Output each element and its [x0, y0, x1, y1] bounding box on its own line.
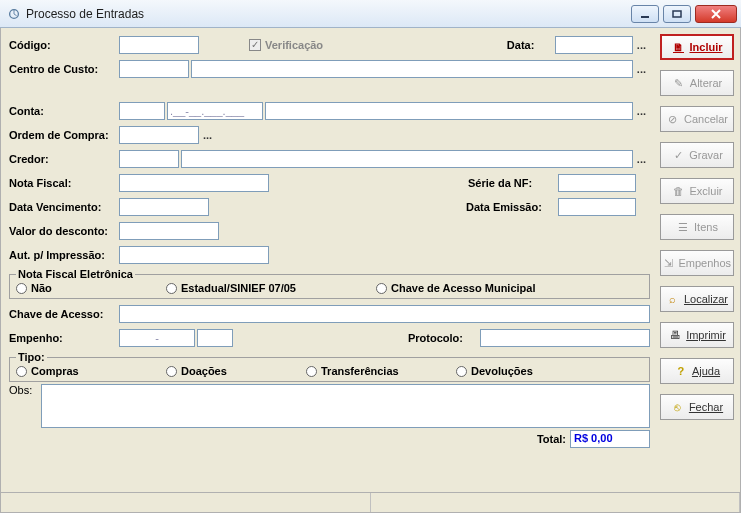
alterar-button[interactable]: ✎ Alterar	[660, 70, 734, 96]
conta-b-input[interactable]	[167, 102, 263, 120]
minimize-button[interactable]	[631, 5, 659, 23]
nfe-estadual-option[interactable]: Estadual/SINIEF 07/05	[166, 282, 376, 294]
aut-impressao-input[interactable]	[119, 246, 269, 264]
protocolo-input[interactable]	[480, 329, 650, 347]
radio-icon	[166, 283, 177, 294]
localizar-label: Localizar	[684, 293, 728, 305]
verificacao-checkbox[interactable]	[249, 39, 261, 51]
nfe-municipal-label: Chave de Acesso Municipal	[391, 282, 535, 294]
fechar-label: Fechar	[689, 401, 723, 413]
credor-code-input[interactable]	[119, 150, 179, 168]
nfe-nao-option[interactable]: Não	[16, 282, 166, 294]
imprimir-label: Imprimir	[686, 329, 726, 341]
chave-acesso-label: Chave de Acesso:	[9, 308, 119, 320]
tipo-doacoes-label: Doações	[181, 365, 227, 377]
tipo-transf-label: Transferências	[321, 365, 399, 377]
tipo-compras-option[interactable]: Compras	[16, 365, 166, 377]
empenho-label: Empenho:	[9, 332, 119, 344]
statusbar	[0, 493, 741, 513]
ajuda-button[interactable]: ? Ajuda	[660, 358, 734, 384]
empenhos-icon: ⇲	[663, 257, 674, 270]
window-title: Processo de Entradas	[26, 7, 627, 21]
maximize-button[interactable]	[663, 5, 691, 23]
excluir-button[interactable]: 🗑 Excluir	[660, 178, 734, 204]
protocolo-label: Protocolo:	[408, 332, 480, 344]
credor-desc-input[interactable]	[181, 150, 633, 168]
ajuda-label: Ajuda	[692, 365, 720, 377]
gravar-button[interactable]: ✓ Gravar	[660, 142, 734, 168]
tipo-devol-label: Devoluções	[471, 365, 533, 377]
data-input[interactable]	[555, 36, 633, 54]
list-icon: ☰	[676, 221, 690, 234]
radio-icon	[16, 283, 27, 294]
serie-nf-label: Série da NF:	[468, 177, 558, 189]
data-lookup-button[interactable]: ...	[633, 39, 650, 51]
conta-a-input[interactable]	[119, 102, 165, 120]
close-button[interactable]	[695, 5, 737, 23]
obs-textarea[interactable]	[41, 384, 650, 428]
trash-icon: 🗑	[671, 185, 685, 197]
empenhos-label: Empenhos	[678, 257, 731, 269]
excluir-label: Excluir	[689, 185, 722, 197]
radio-icon	[376, 283, 387, 294]
conta-desc-input[interactable]	[265, 102, 633, 120]
tipo-transf-option[interactable]: Transferências	[306, 365, 456, 377]
centro-custo-lookup-button[interactable]: ...	[633, 63, 650, 75]
total-value: R$ 0,00	[570, 430, 650, 448]
fechar-button[interactable]: ⎋ Fechar	[660, 394, 734, 420]
centro-custo-code-input[interactable]	[119, 60, 189, 78]
help-icon: ?	[674, 365, 688, 377]
valor-desconto-label: Valor do desconto:	[9, 225, 119, 237]
svg-rect-2	[673, 11, 681, 17]
empenho-b-input[interactable]	[197, 329, 233, 347]
exit-icon: ⎋	[671, 401, 685, 413]
verificacao-label: Verificação	[265, 39, 323, 51]
imprimir-button[interactable]: 🖶 Imprimir	[660, 322, 734, 348]
empenho-a-input[interactable]	[119, 329, 195, 347]
centro-custo-label: Centro de Custo:	[9, 63, 119, 75]
cancelar-label: Cancelar	[684, 113, 728, 125]
itens-label: Itens	[694, 221, 718, 233]
nota-fiscal-label: Nota Fiscal:	[9, 177, 119, 189]
data-emissao-input[interactable]	[558, 198, 636, 216]
edit-icon: ✎	[672, 77, 686, 90]
chave-acesso-input[interactable]	[119, 305, 650, 323]
serie-nf-input[interactable]	[558, 174, 636, 192]
ordem-compra-lookup-button[interactable]: ...	[199, 129, 216, 141]
data-venc-input[interactable]	[119, 198, 209, 216]
incluir-button[interactable]: 🗎 Incluir	[660, 34, 734, 60]
data-venc-label: Data Vencimento:	[9, 201, 119, 213]
radio-icon	[166, 366, 177, 377]
titlebar: Processo de Entradas	[0, 0, 741, 28]
search-icon: ⌕	[666, 293, 680, 305]
radio-icon	[306, 366, 317, 377]
printer-icon: 🖶	[668, 329, 682, 341]
empenhos-button[interactable]: ⇲ Empenhos	[660, 250, 734, 276]
nfe-nao-label: Não	[31, 282, 52, 294]
obs-label: Obs:	[9, 384, 37, 396]
data-emissao-label: Data Emissão:	[466, 201, 558, 213]
tipo-group-legend: Tipo:	[16, 351, 47, 363]
nfe-group: Nota Fiscal Eletrônica Não Estadual/SINI…	[9, 268, 650, 299]
total-label: Total:	[537, 433, 566, 445]
centro-custo-desc-input[interactable]	[191, 60, 633, 78]
cancelar-button[interactable]: ⊘ Cancelar	[660, 106, 734, 132]
check-icon: ✓	[671, 149, 685, 162]
nfe-estadual-label: Estadual/SINIEF 07/05	[181, 282, 296, 294]
itens-button[interactable]: ☰ Itens	[660, 214, 734, 240]
nfe-municipal-option[interactable]: Chave de Acesso Municipal	[376, 282, 535, 294]
localizar-button[interactable]: ⌕ Localizar	[660, 286, 734, 312]
credor-lookup-button[interactable]: ...	[633, 153, 650, 165]
ordem-compra-input[interactable]	[119, 126, 199, 144]
app-icon	[6, 6, 22, 22]
conta-lookup-button[interactable]: ...	[633, 105, 650, 117]
tipo-group: Tipo: Compras Doações Transferências Dev…	[9, 351, 650, 382]
codigo-input[interactable]	[119, 36, 199, 54]
new-doc-icon: 🗎	[671, 41, 685, 53]
data-label: Data:	[507, 39, 555, 51]
nota-fiscal-input[interactable]	[119, 174, 269, 192]
tipo-devol-option[interactable]: Devoluções	[456, 365, 533, 377]
nfe-group-legend: Nota Fiscal Eletrônica	[16, 268, 135, 280]
tipo-doacoes-option[interactable]: Doações	[166, 365, 306, 377]
valor-desconto-input[interactable]	[119, 222, 219, 240]
